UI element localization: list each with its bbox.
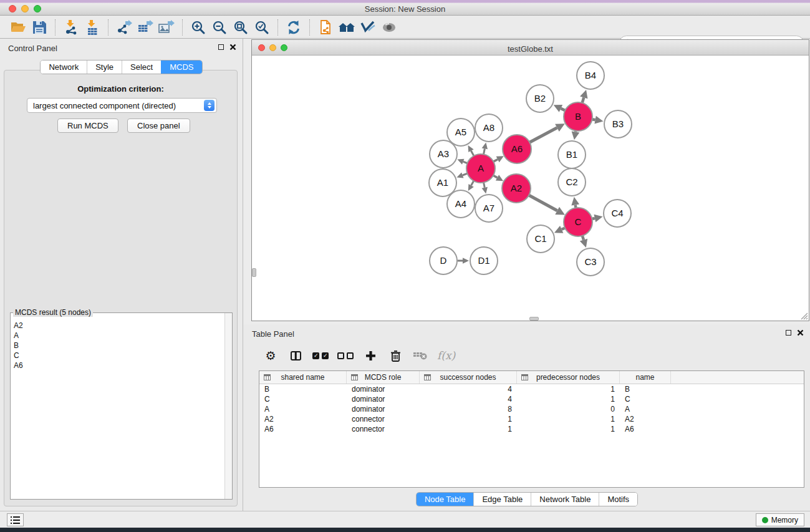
resize-grip-icon[interactable] <box>800 312 808 320</box>
table-row[interactable]: Cdominator41C <box>259 394 804 404</box>
edge-A6-B[interactable] <box>529 128 557 142</box>
zoom-in-icon[interactable] <box>188 18 209 37</box>
tab-node-table[interactable]: Node Table <box>417 493 474 506</box>
home-icon[interactable] <box>336 18 357 37</box>
horizontal-scrollbar-thumb[interactable] <box>529 317 539 321</box>
network-canvas[interactable]: AA1A2A3A4A5A6A7A8BB1B2B3B4CC1C2C3C4DD1 <box>252 56 809 321</box>
float-panel-icon[interactable] <box>218 44 224 50</box>
float-table-panel-icon[interactable] <box>786 330 791 336</box>
mcds-result-item[interactable]: A2 <box>14 321 224 331</box>
criterion-dropdown[interactable]: largest connected component (directed) <box>27 98 217 113</box>
zoom-out-icon[interactable] <box>209 18 230 37</box>
export-table-icon[interactable] <box>135 18 156 37</box>
table-cell: B <box>259 384 347 394</box>
node-label-B1: B1 <box>566 149 577 160</box>
column-header-predecessor-nodes[interactable]: predecessor nodes <box>517 371 620 384</box>
shared-column-icon <box>424 374 431 380</box>
edge-A-A3[interactable] <box>463 162 468 163</box>
table-cell: connector <box>347 414 420 424</box>
task-history-button[interactable] <box>7 513 24 526</box>
table-cell: A2 <box>259 414 347 424</box>
open-session-icon[interactable] <box>7 18 29 37</box>
mcds-result-item[interactable]: C <box>14 351 224 360</box>
table-cell: 1 <box>420 414 517 424</box>
preview-eye-icon[interactable] <box>378 18 400 37</box>
mcds-result-list[interactable]: A2ABCA6 <box>11 316 224 499</box>
copy-network-document-icon[interactable] <box>315 18 336 37</box>
tab-network-table[interactable]: Network Table <box>531 493 599 506</box>
mcds-result-item[interactable]: A6 <box>14 360 224 370</box>
refresh-icon[interactable] <box>283 18 304 37</box>
table-body: Bdominator41BCdominator41CAdominator80AA… <box>259 384 804 434</box>
node-label-C: C <box>575 216 582 227</box>
run-mcds-button[interactable]: Run MCDS <box>57 118 118 133</box>
optimization-criterion-label: Optimization criterion: <box>4 84 237 94</box>
export-network-icon[interactable] <box>113 18 135 37</box>
edge-B-B2[interactable] <box>561 109 565 110</box>
delete-column-trash-icon[interactable] <box>387 346 403 365</box>
node-label-C3: C3 <box>584 256 596 267</box>
table-row[interactable]: A2connector11A2 <box>259 414 804 424</box>
zoom-selected-icon[interactable] <box>251 18 272 37</box>
node-label-D: D <box>440 255 447 266</box>
edge-A-A4[interactable] <box>471 181 474 185</box>
tab-edge-table[interactable]: Edge Table <box>473 493 531 506</box>
node-label-A3: A3 <box>438 148 449 159</box>
column-header-successor-nodes[interactable]: successor nodes <box>420 371 517 384</box>
table-cell: 8 <box>420 404 517 414</box>
memory-status-icon <box>762 517 768 523</box>
edge-A-A1[interactable] <box>463 173 468 175</box>
toggle-visibility-icon[interactable] <box>357 18 378 37</box>
column-header-MCDS-role[interactable]: MCDS role <box>347 371 420 384</box>
show-columns-icon[interactable] <box>287 346 304 365</box>
arrowhead-C-C2 <box>571 197 579 206</box>
table-row[interactable]: Bdominator41B <box>259 384 804 394</box>
memory-button[interactable]: Memory <box>756 513 804 526</box>
tab-style[interactable]: Style <box>87 60 122 74</box>
zoom-fit-icon[interactable] <box>230 18 251 37</box>
edge-A-A6[interactable] <box>493 159 498 162</box>
import-network-icon[interactable] <box>60 18 82 37</box>
table-cell: 4 <box>420 384 517 394</box>
close-panel-button[interactable]: Close panel <box>127 118 190 133</box>
edge-A-A7[interactable] <box>484 183 485 188</box>
table-cell: connector <box>347 424 420 434</box>
export-image-icon[interactable] <box>156 18 177 37</box>
mcds-result-item[interactable]: A <box>14 331 224 341</box>
desktop-background <box>0 528 810 532</box>
node-label-D1: D1 <box>478 255 489 266</box>
table-row[interactable]: A6connector11A6 <box>259 424 804 434</box>
edge-A-A5[interactable] <box>471 151 473 156</box>
save-session-icon[interactable] <box>29 18 50 37</box>
edge-B-B4[interactable] <box>582 97 584 103</box>
dropdown-stepper-icon <box>204 100 215 111</box>
table-cell: B <box>620 384 671 394</box>
delete-table-icon[interactable] <box>412 346 428 365</box>
edge-A-A8[interactable] <box>484 148 485 154</box>
node-label-B: B <box>575 111 581 122</box>
add-column-icon[interactable] <box>362 346 378 365</box>
column-header-shared-name[interactable]: shared name <box>259 371 347 384</box>
tab-select[interactable]: Select <box>122 60 161 74</box>
close-panel-icon[interactable] <box>229 44 236 51</box>
deselect-all-rows-icon[interactable] <box>337 346 354 365</box>
arrowhead-C-C3 <box>580 239 587 248</box>
select-all-rows-icon[interactable] <box>312 346 329 365</box>
vertical-scrollbar-thumb[interactable] <box>252 268 256 277</box>
mcds-result-group: MCDS result (5 nodes) A2ABCA6 <box>10 312 233 500</box>
edge-A2-C[interactable] <box>529 195 557 211</box>
edge-A-A2[interactable] <box>493 175 497 178</box>
table-settings-gear-icon[interactable]: ⚙ <box>263 346 279 365</box>
tab-network[interactable]: Network <box>41 60 87 74</box>
mcds-result-item[interactable]: B <box>14 341 224 351</box>
node-label-B2: B2 <box>534 93 546 104</box>
mcds-list-scrollbar[interactable] <box>224 313 232 499</box>
function-builder-icon[interactable]: f(x) <box>437 346 455 365</box>
column-header-name[interactable]: name <box>620 371 671 384</box>
tab-mcds[interactable]: MCDS <box>161 60 201 74</box>
close-table-panel-icon[interactable] <box>797 329 804 336</box>
tab-motifs[interactable]: Motifs <box>599 493 637 506</box>
table-row[interactable]: Adominator80A <box>259 404 804 414</box>
import-table-icon[interactable] <box>82 18 103 37</box>
edge-C-C3[interactable] <box>582 236 584 240</box>
